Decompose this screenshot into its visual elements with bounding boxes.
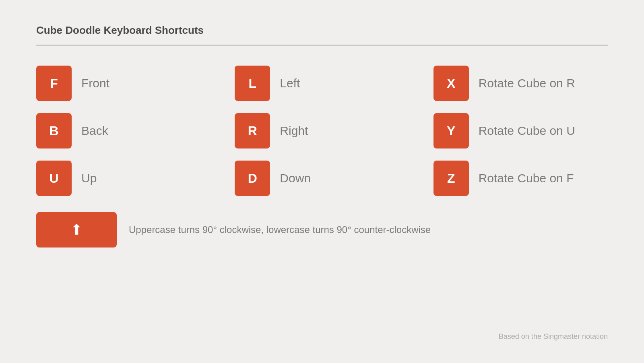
shortcut-f: F Front <box>36 66 211 101</box>
key-label-f: Front <box>81 76 109 90</box>
key-badge-y: Y <box>433 113 469 148</box>
key-label-l: Left <box>280 76 300 90</box>
key-badge-f: F <box>36 66 72 101</box>
key-badge-l: L <box>235 66 270 101</box>
key-label-r: Right <box>280 124 308 138</box>
key-badge-r: R <box>235 113 270 148</box>
key-letter-f: F <box>50 76 58 91</box>
shift-arrow-icon: ⬆ <box>70 221 83 238</box>
key-label-y: Rotate Cube on U <box>479 124 575 138</box>
key-badge-u: U <box>36 161 72 196</box>
key-label-u: Up <box>81 171 97 185</box>
note-text: Uppercase turns 90° clockwise, lowercase… <box>129 224 431 235</box>
shortcut-x: X Rotate Cube on R <box>433 66 608 101</box>
key-label-x: Rotate Cube on R <box>479 76 575 90</box>
key-badge-x: X <box>433 66 469 101</box>
shortcut-z: Z Rotate Cube on F <box>433 161 608 196</box>
key-letter-x: X <box>447 76 455 91</box>
key-badge-d: D <box>235 161 270 196</box>
shortcut-b: B Back <box>36 113 211 148</box>
key-label-z: Rotate Cube on F <box>479 171 574 185</box>
key-letter-b: B <box>49 124 58 138</box>
key-letter-y: Y <box>447 124 455 138</box>
shortcut-d: D Down <box>235 161 409 196</box>
footer-note: Based on the Singmaster notation <box>499 332 608 341</box>
key-letter-z: Z <box>447 171 455 186</box>
shortcuts-grid: F Front L Left X Rotate Cube on R B Back <box>36 66 608 196</box>
shortcut-l: L Left <box>235 66 409 101</box>
key-letter-d: D <box>248 171 257 186</box>
shortcut-r: R Right <box>235 113 409 148</box>
key-letter-l: L <box>249 76 257 91</box>
key-letter-r: R <box>248 124 257 138</box>
main-container: Cube Doodle Keyboard Shortcuts F Front L… <box>0 0 644 363</box>
page-title: Cube Doodle Keyboard Shortcuts <box>36 24 608 37</box>
shortcut-u: U Up <box>36 161 211 196</box>
key-badge-shift: ⬆ <box>36 212 117 248</box>
key-badge-z: Z <box>433 161 469 196</box>
key-label-b: Back <box>81 124 108 138</box>
shortcut-y: Y Rotate Cube on U <box>433 113 608 148</box>
note-row: ⬆ Uppercase turns 90° clockwise, lowerca… <box>36 212 608 248</box>
divider <box>36 45 608 45</box>
key-letter-u: U <box>49 171 58 186</box>
key-label-d: Down <box>280 171 311 185</box>
key-badge-b: B <box>36 113 72 148</box>
